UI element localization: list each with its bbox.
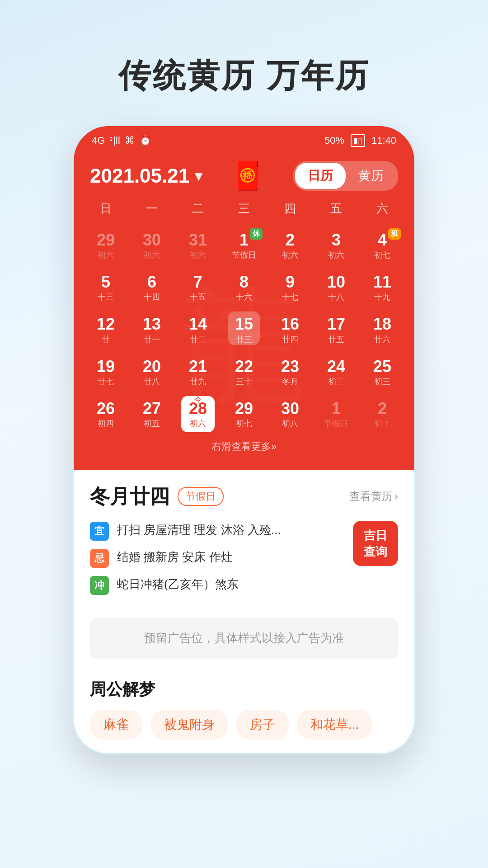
cal-day-19[interactable]: 19 廿七 [83, 352, 129, 392]
cal-day-4[interactable]: 班 4 初七 [359, 226, 405, 265]
status-left: 4G ᵌ|ll ⌘ ⏰ [92, 135, 151, 146]
cal-day-20[interactable]: 20 廿八 [129, 352, 175, 392]
dow-sun: 日 [83, 201, 129, 217]
dream-tag-sparrow[interactable]: 麻雀 [90, 710, 142, 740]
chong-badge: 冲 [90, 576, 109, 595]
dow-thu: 四 [267, 201, 313, 217]
view-tabs: 日历 黄历 [293, 161, 398, 191]
swipe-hint: 右滑查看更多» [83, 436, 405, 461]
cal-day-2[interactable]: 2 初六 [267, 226, 313, 265]
status-bar: 4G ᵌ|ll ⌘ ⏰ 50% ▮▯ 11:40 [74, 126, 414, 152]
holiday-badge-rest: 休 [250, 228, 263, 240]
cal-day-8[interactable]: 8 十六 [221, 268, 267, 307]
dow-wed: 三 [221, 201, 267, 217]
ad-placeholder: 预留广告位，具体样式以接入广告为准 [90, 618, 398, 659]
calendar-header: 2021.05.21 ▾ 🧧 日历 黄历 [74, 152, 414, 201]
cal-day-30-prev[interactable]: 30 初六 [129, 226, 175, 265]
date-dropdown-icon[interactable]: ▾ [195, 167, 202, 184]
cal-day-16[interactable]: 16 廿四 [267, 310, 313, 349]
page-title: 传统黄历 万年历 [0, 0, 488, 98]
cal-day-12[interactable]: 12 廿 [83, 310, 129, 349]
cal-day-22[interactable]: 22 三十 [221, 352, 267, 392]
yi-badge: 宜 [90, 522, 109, 541]
battery-percent: 50% [324, 135, 344, 146]
cal-day-24[interactable]: 24 初二 [313, 352, 359, 392]
cal-day-9[interactable]: 9 十七 [267, 268, 313, 307]
cal-day-2-next[interactable]: 2 初十 [359, 394, 405, 434]
alarm-icon: ⏰ [139, 135, 151, 146]
info-rows: 宜 打扫 房屋清理 理发 沐浴 入殓... 忌 结婚 搬新房 安床 作灶 冲 蛇… [90, 521, 353, 595]
lunar-title-row: 冬月廿四 节假日 查看黄历 › [90, 483, 398, 510]
cal-day-25[interactable]: 25 初三 [359, 352, 405, 392]
dream-title: 周公解梦 [90, 679, 398, 701]
workday-badge: 班 [388, 228, 401, 240]
holiday-label: 节假日 [178, 487, 224, 506]
dream-tag-house[interactable]: 房子 [236, 710, 289, 740]
chong-text: 蛇日冲猪(乙亥年）煞东 [117, 575, 353, 594]
cal-day-18[interactable]: 18 廿六 [359, 310, 405, 349]
date-text: 2021.05.21 [90, 165, 189, 187]
dream-section: 周公解梦 麻雀 被鬼附身 房子 和花草... [74, 668, 414, 753]
cal-day-14[interactable]: 14 廿二 [175, 310, 221, 349]
calendar-decoration-icon: 🧧 [231, 160, 265, 192]
phone-mockup: 4G ᵌ|ll ⌘ ⏰ 50% ▮▯ 11:40 2021.05.21 ▾ 🧧 … [72, 125, 416, 755]
cal-day-1-next[interactable]: 1 节假日 [313, 394, 359, 434]
cal-day-3[interactable]: 3 初六 [313, 226, 359, 265]
dream-tag-ghost[interactable]: 被鬼附身 [150, 710, 228, 740]
cal-day-11[interactable]: 11 十九 [359, 268, 405, 307]
cal-day-1[interactable]: 休 1 节假日 [221, 226, 267, 265]
cal-day-27[interactable]: 27 初五 [129, 394, 175, 434]
calendar-week-4: 19 廿七 20 廿八 21 廿九 22 三十 23 冬月 24 初二 [83, 352, 405, 392]
cal-day-7[interactable]: 7 十五 [175, 268, 221, 307]
ji-badge: 忌 [90, 549, 109, 568]
wifi-icon: ⌘ [125, 135, 135, 146]
info-main-row: 宜 打扫 房屋清理 理发 沐浴 入殓... 忌 结婚 搬新房 安床 作灶 冲 蛇… [90, 521, 398, 595]
cal-day-29-prev[interactable]: 29 初六 [83, 226, 129, 265]
calendar-week-3: 12 廿 13 廿一 14 廿二 15 廿三 16 廿四 17 廿 [83, 310, 405, 349]
cal-day-30[interactable]: 30 初八 [267, 394, 313, 434]
day-of-week-header: 日 一 二 三 四 五 六 [74, 201, 414, 224]
chevron-right-icon: › [394, 490, 398, 503]
signal-4g-1-icon: 4G [92, 135, 105, 146]
lunar-date: 冬月廿四 [90, 483, 169, 510]
clock-time: 11:40 [371, 135, 396, 146]
today-label: 今 [194, 395, 202, 405]
cal-day-15-selected[interactable]: 15 廿三 [221, 310, 267, 349]
battery-icon: ▮▯ [351, 134, 365, 147]
yi-text: 打扫 房屋清理 理发 沐浴 入殓... [117, 521, 353, 540]
calendar-week-2: 5 十三 6 十四 7 十五 8 十六 9 十七 10 十八 [83, 268, 405, 307]
dow-fri: 五 [313, 201, 359, 217]
cal-day-6[interactable]: 6 十四 [129, 268, 175, 307]
dow-sat: 六 [359, 201, 405, 217]
cal-day-23[interactable]: 23 冬月 [267, 352, 313, 392]
current-date[interactable]: 2021.05.21 ▾ [90, 165, 202, 187]
cal-day-28-today[interactable]: 今 28 初六 [175, 394, 221, 434]
dream-tags: 麻雀 被鬼附身 房子 和花草... [90, 710, 398, 740]
cal-day-26[interactable]: 26 初四 [83, 394, 129, 434]
cal-day-31-prev[interactable]: 31 初六 [175, 226, 221, 265]
jiri-query-button[interactable]: 吉日 查询 [353, 521, 398, 566]
tab-huangli[interactable]: 黄历 [346, 163, 396, 189]
view-huangli-link[interactable]: 查看黄历 › [349, 489, 398, 504]
cal-day-10[interactable]: 10 十八 [313, 268, 359, 307]
signal-4g-2-icon: ᵌ|ll [109, 135, 120, 146]
ji-text: 结婚 搬新房 安床 作灶 [117, 548, 353, 567]
ji-row: 忌 结婚 搬新房 安床 作灶 [90, 548, 353, 568]
calendar-grid: 龍 29 初六 30 初六 31 初六 休 1 节假日 2 初六 [74, 224, 414, 470]
dream-tag-flower[interactable]: 和花草... [297, 710, 372, 740]
cal-day-21[interactable]: 21 廿九 [175, 352, 221, 392]
cal-day-5[interactable]: 5 十三 [83, 268, 129, 307]
cal-day-13[interactable]: 13 廿一 [129, 310, 175, 349]
calendar-week-1: 29 初六 30 初六 31 初六 休 1 节假日 2 初六 3 初 [83, 226, 405, 265]
tab-rili[interactable]: 日历 [295, 163, 346, 189]
cal-day-29[interactable]: 29 初七 [221, 394, 267, 434]
dow-mon: 一 [129, 201, 175, 217]
status-right: 50% ▮▯ 11:40 [324, 134, 396, 147]
yi-row: 宜 打扫 房屋清理 理发 沐浴 入殓... [90, 521, 353, 541]
calendar-week-5: 26 初四 27 初五 今 28 初六 29 初七 30 初八 [83, 394, 405, 434]
cal-day-17[interactable]: 17 廿五 [313, 310, 359, 349]
dow-tue: 二 [175, 201, 221, 217]
chong-row: 冲 蛇日冲猪(乙亥年）煞东 [90, 575, 353, 595]
info-section: 冬月廿四 节假日 查看黄历 › 宜 打扫 房屋清理 理发 沐浴 入殓... 忌 … [74, 470, 414, 609]
